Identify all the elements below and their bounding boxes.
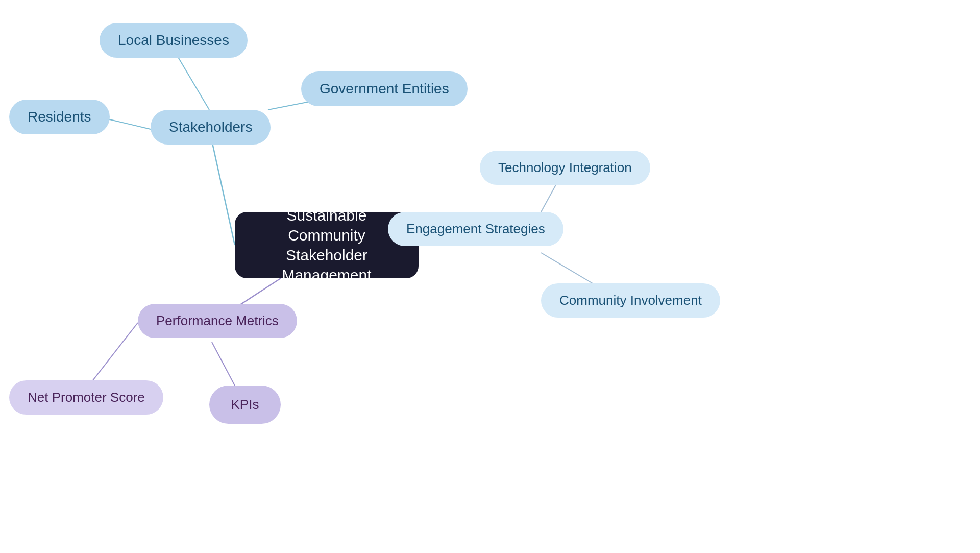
local-businesses-label: Local Businesses xyxy=(118,32,229,49)
community-involvement-label: Community Involvement xyxy=(559,293,702,308)
government-entities-label: Government Entities xyxy=(320,81,449,97)
stakeholders-label: Stakeholders xyxy=(169,119,252,135)
local-businesses-node: Local Businesses xyxy=(100,23,248,58)
center-node-label: Sustainable CommunityStakeholder Managem… xyxy=(253,205,400,285)
residents-label: Residents xyxy=(28,109,91,125)
community-involvement-node: Community Involvement xyxy=(541,283,720,318)
net-promoter-score-label: Net Promoter Score xyxy=(28,390,145,405)
kpis-node: KPIs xyxy=(209,386,281,424)
technology-integration-label: Technology Integration xyxy=(498,160,632,176)
svg-line-0 xyxy=(209,129,235,245)
technology-integration-node: Technology Integration xyxy=(480,151,650,185)
residents-node: Residents xyxy=(9,100,110,134)
kpis-label: KPIs xyxy=(231,397,259,413)
engagement-strategies-label: Engagement Strategies xyxy=(406,221,545,237)
stakeholders-node: Stakeholders xyxy=(151,110,271,145)
performance-metrics-node: Performance Metrics xyxy=(138,304,297,338)
engagement-strategies-node: Engagement Strategies xyxy=(388,212,564,246)
government-entities-node: Government Entities xyxy=(301,71,468,106)
net-promoter-score-node: Net Promoter Score xyxy=(9,380,163,415)
performance-metrics-label: Performance Metrics xyxy=(156,313,279,329)
